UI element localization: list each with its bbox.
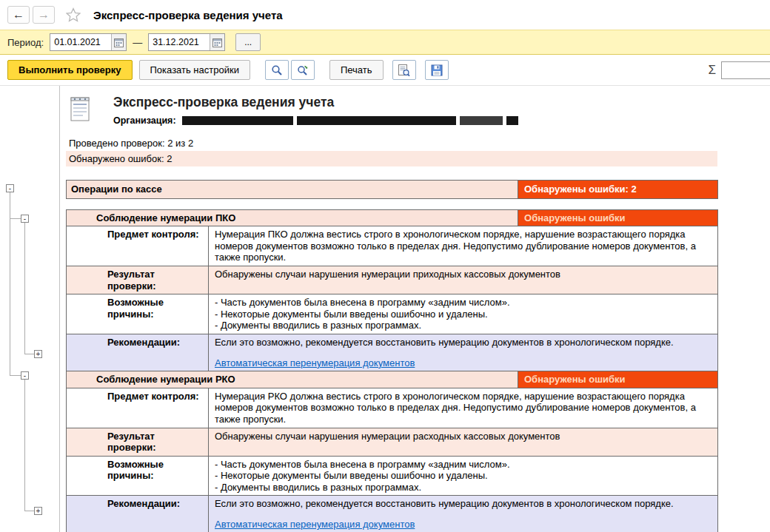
causes-label: Возможные причины:: [67, 294, 209, 334]
period-label: Период:: [7, 37, 44, 48]
expand-rko-details-toggle[interactable]: +: [34, 507, 42, 515]
section-status-badge: Обнаружены ошибки: 2: [518, 181, 718, 199]
cause-item: - Часть документов была внесена в програ…: [215, 297, 712, 309]
grouping-tree: - - + - +: [0, 86, 60, 532]
subsection-status-badge: Обнаружены ошибки: [518, 371, 718, 388]
date-from-field: [50, 33, 127, 51]
report-header-text: Экспресс-проверка ведения учета Организа…: [113, 95, 518, 126]
subject-label: Предмет контроля:: [67, 388, 209, 428]
report-body: Экспресс-проверка ведения учета Организа…: [60, 86, 770, 532]
checks-done-line: Проведено проверок: 2 из 2: [66, 138, 770, 149]
sigma-icon: Σ: [708, 63, 716, 78]
forward-button[interactable]: →: [33, 6, 55, 24]
recommendation-line: Если это возможно, рекомендуется восстан…: [215, 498, 712, 510]
subsection-status-badge: Обнаружены ошибки: [518, 209, 718, 226]
magnifier-refresh-icon: [297, 64, 309, 76]
recommendations-text: Если это возможно, рекомендуется восстан…: [209, 496, 718, 532]
errors-found-line: Обнаружено ошибок: 2: [66, 151, 717, 166]
collapse-section-toggle[interactable]: -: [6, 184, 14, 192]
tree-line: [10, 375, 21, 376]
cause-item: - Документы вводились в разных программа…: [215, 320, 712, 331]
tree-line: [24, 354, 34, 354]
run-check-button[interactable]: Выполнить проверку: [7, 60, 133, 80]
report-header: Экспресс-проверка ведения учета Организа…: [69, 95, 770, 126]
subsection-title: Соблюдение нумерации ПКО: [67, 209, 518, 226]
recommendation-line: Если это возможно, рекомендуется восстан…: [215, 337, 712, 349]
back-button[interactable]: ←: [7, 6, 30, 24]
organization-label: Организация:: [113, 115, 176, 126]
toolbar: Выполнить проверку Показать настройки Пе…: [0, 55, 770, 86]
organization-line: Организация:: [113, 115, 518, 126]
report-title: Экспресс-проверка ведения учета: [113, 95, 518, 110]
tree-line: [24, 223, 25, 354]
result-text: Обнаружены случаи нарушения нумерации ра…: [209, 428, 718, 456]
calendar-icon: [212, 38, 222, 47]
recommendations-text: Если это возможно, рекомендуется восстан…: [209, 334, 718, 371]
print-preview-button[interactable]: [392, 60, 416, 80]
result-label: Результат проверки:: [67, 428, 209, 456]
tree-line: [10, 218, 21, 219]
collapse-rko-toggle[interactable]: -: [21, 371, 29, 380]
section-header-table: Операции по кассе Обнаружены ошибки: 2: [66, 180, 718, 199]
star-icon: [66, 7, 81, 22]
search-button[interactable]: [265, 60, 289, 80]
calendar-icon: [114, 38, 124, 47]
show-settings-button[interactable]: Показать настройки: [139, 60, 250, 80]
arrow-left-icon: ←: [13, 8, 24, 21]
subject-label: Предмет контроля:: [67, 226, 209, 266]
result-label: Результат проверки:: [67, 266, 209, 294]
period-bar: Период: —: [0, 30, 770, 55]
page-title: Экспресс-проверка ведения учета: [93, 9, 283, 21]
collapse-pko-toggle[interactable]: -: [21, 215, 29, 223]
floppy-icon: [431, 64, 443, 76]
cause-item: - Некоторые документы были введены ошибо…: [215, 309, 712, 320]
tree-line: [24, 511, 34, 511]
report-document-icon: [69, 95, 91, 123]
auto-renumber-link[interactable]: Автоматическая перенумерация документов: [215, 357, 415, 369]
print-button[interactable]: Печать: [329, 60, 384, 80]
period-more-button[interactable]: ...: [235, 33, 261, 51]
page-magnifier-icon: [398, 64, 410, 77]
sum-input[interactable]: [721, 61, 770, 79]
causes-text: - Часть документов была внесена в програ…: [209, 294, 718, 334]
date-to-field: [148, 33, 225, 51]
arrow-right-icon: →: [38, 8, 50, 21]
sum-group: Σ: [708, 61, 770, 79]
redacted-organization-value: [182, 116, 518, 125]
search-next-button[interactable]: [291, 60, 315, 80]
save-button[interactable]: [425, 60, 449, 80]
section-title: Операции по кассе: [67, 181, 518, 199]
tree-line: [10, 192, 10, 375]
date-from-calendar-button[interactable]: [111, 34, 126, 50]
auto-renumber-link[interactable]: Автоматическая перенумерация документов: [215, 519, 415, 531]
causes-label: Возможные причины:: [67, 456, 209, 496]
subsection-title: Соблюдение нумерации РКО: [67, 371, 518, 388]
cause-item: - Документы вводились в разных программа…: [215, 482, 712, 494]
main-area: - - + - + Экспресс-проверка ведения учет…: [0, 86, 770, 532]
subject-text: Нумерация РКО должна вестись строго в хр…: [209, 388, 718, 428]
subject-text: Нумерация ПКО должна вестись строго в хр…: [209, 226, 718, 266]
cause-item: - Часть документов была внесена в програ…: [215, 459, 712, 471]
expand-pko-details-toggle[interactable]: +: [34, 350, 42, 358]
recommendations-label: Рекомендации:: [67, 334, 209, 371]
causes-text: - Часть документов была внесена в програ…: [209, 456, 718, 496]
date-to-input[interactable]: [149, 34, 210, 50]
result-text: Обнаружены случаи нарушения нумерации пр…: [209, 266, 718, 294]
tree-line: [24, 380, 25, 511]
period-dash: —: [133, 37, 142, 48]
subsection-pko-table: Соблюдение нумерации ПКО Обнаружены ошиб…: [66, 209, 718, 372]
date-to-calendar-button[interactable]: [210, 34, 224, 50]
subsection-rko-table: Соблюдение нумерации РКО Обнаружены ошиб…: [66, 371, 718, 532]
favorite-button[interactable]: [64, 5, 83, 24]
recommendations-label: Рекомендации:: [67, 496, 209, 532]
cause-item: - Некоторые документы были введены ошибо…: [215, 470, 712, 482]
date-from-input[interactable]: [50, 34, 111, 50]
magnifier-icon: [271, 64, 283, 76]
window-titlebar: ← → Экспресс-проверка ведения учета: [0, 0, 770, 30]
